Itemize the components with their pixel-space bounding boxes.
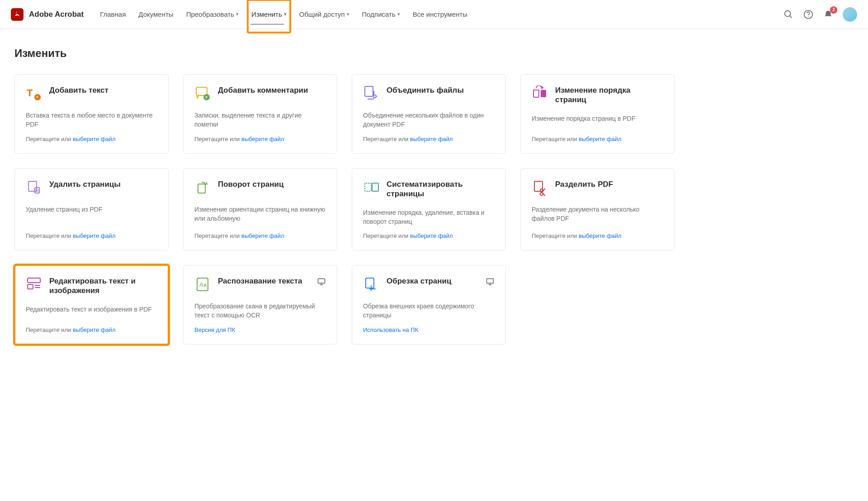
svg-rect-12: [541, 90, 546, 97]
card-split-pdf[interactable]: Разделить PDF Разделение документа на не…: [520, 168, 675, 250]
card-add-comments[interactable]: + Добавить комментарии Записки, выделени…: [183, 74, 337, 154]
card-ocr[interactable]: Aᴀ Распознавание текста Преобразование с…: [183, 265, 337, 345]
nav-share[interactable]: Общий доступ▾: [299, 1, 349, 27]
combine-files-icon: [363, 85, 379, 102]
chevron-down-icon: ▾: [347, 11, 349, 17]
nav-sign[interactable]: Подписать▾: [362, 1, 400, 27]
svg-point-3: [808, 16, 808, 17]
card-drop-hint: Перетащите или выберите файл: [26, 136, 157, 142]
svg-rect-17: [198, 184, 205, 193]
help-icon[interactable]: [803, 9, 814, 20]
desktop-icon: [486, 277, 495, 288]
card-delete-pages[interactable]: Удалить страницы Удаление страниц из PDF…: [14, 168, 169, 250]
svg-rect-25: [28, 278, 40, 283]
select-file-link[interactable]: выберите файл: [579, 232, 622, 239]
add-comments-icon: +: [194, 85, 211, 102]
card-organize-pages[interactable]: Систематизировать страницы Изменение пор…: [352, 168, 506, 250]
svg-rect-26: [28, 284, 33, 289]
tool-cards-grid: T+ Добавить текст Вставка текста в любое…: [14, 74, 675, 345]
notifications-icon[interactable]: 2: [823, 9, 834, 20]
edit-text-images-icon: [26, 276, 42, 293]
nav-active-underline: [250, 24, 284, 24]
search-icon[interactable]: [783, 9, 794, 20]
card-drop-hint: Перетащите или выберите файл: [26, 232, 157, 239]
nav-all-tools[interactable]: Все инструменты: [413, 1, 467, 27]
rotate-pages-icon: [194, 180, 211, 196]
organize-pages-icon: [363, 180, 379, 196]
card-drop-hint: Перетащите или выберите файл: [363, 136, 495, 142]
notification-badge: 2: [830, 6, 837, 14]
card-drop-hint: Перетащите или выберите файл: [532, 136, 663, 142]
card-drop-hint: Перетащите или выберите файл: [532, 232, 663, 239]
card-rotate-pages[interactable]: Поворот страниц Изменение ориентации стр…: [183, 168, 337, 250]
nav-home[interactable]: Главная: [100, 1, 126, 27]
nav-edit[interactable]: Изменить▾: [251, 1, 287, 27]
ocr-icon: Aᴀ: [194, 276, 211, 293]
svg-text:+: +: [36, 94, 39, 100]
card-add-text[interactable]: T+ Добавить текст Вставка текста в любое…: [14, 74, 169, 154]
split-pdf-icon: [532, 180, 548, 196]
use-on-desktop-link[interactable]: Использовать на ПК: [363, 326, 418, 333]
reorder-pages-icon: [532, 85, 548, 102]
add-text-icon: T+: [26, 85, 42, 102]
topbar-right: 2: [783, 7, 857, 22]
card-drop-hint: Перетащите или выберите файл: [26, 326, 157, 333]
card-drop-hint: Перетащите или выберите файл: [363, 232, 495, 239]
svg-text:+: +: [205, 94, 208, 100]
svg-rect-19: [372, 183, 378, 191]
svg-rect-34: [487, 279, 494, 283]
card-edit-text-images[interactable]: Редактировать текст и изображения Редакт…: [14, 265, 169, 345]
crop-pages-icon: [363, 276, 379, 293]
acrobat-logo-icon: [11, 8, 24, 21]
select-file-link[interactable]: выберите файл: [579, 136, 622, 142]
card-reorder-pages[interactable]: Изменение порядка страниц Изменение поря…: [520, 74, 675, 154]
desktop-icon: [317, 277, 326, 288]
select-file-link[interactable]: выберите файл: [410, 232, 453, 239]
select-file-link[interactable]: выберите файл: [73, 326, 116, 333]
select-file-link[interactable]: выберите файл: [73, 232, 116, 239]
card-combine-files[interactable]: Объединить файлы Объединение нескольких …: [352, 74, 506, 154]
svg-rect-37: [366, 278, 374, 288]
app-name: Adobe Acrobat: [29, 10, 84, 19]
page-title: Изменить: [14, 47, 854, 60]
app-logo[interactable]: Adobe Acrobat: [11, 8, 84, 21]
delete-pages-icon: [26, 180, 42, 196]
svg-rect-20: [534, 181, 542, 191]
svg-point-0: [785, 10, 791, 16]
card-drop-hint: Перетащите или выберите файл: [194, 136, 326, 142]
topbar: Adobe Acrobat Главная Документы Преобраз…: [0, 0, 868, 29]
chevron-down-icon: ▾: [284, 11, 287, 17]
user-avatar[interactable]: [843, 7, 857, 22]
desktop-version-link[interactable]: Версия для ПК: [194, 326, 235, 333]
svg-text:Aᴀ: Aᴀ: [199, 281, 207, 288]
svg-text:T: T: [27, 87, 33, 99]
svg-rect-18: [365, 183, 371, 191]
card-drop-hint: Перетащите или выберите файл: [194, 232, 326, 239]
card-crop-pages[interactable]: Обрезка страниц Обрезка внешних краев со…: [352, 265, 506, 345]
nav-convert[interactable]: Преобразовать▾: [186, 1, 239, 27]
select-file-link[interactable]: выберите файл: [73, 136, 116, 142]
svg-line-1: [790, 15, 792, 18]
page-content: Изменить T+ Добавить текст Вставка текст…: [0, 29, 868, 363]
svg-point-21: [540, 189, 543, 192]
chevron-down-icon: ▾: [236, 11, 239, 17]
chevron-down-icon: ▾: [397, 11, 400, 17]
svg-rect-13: [28, 181, 37, 191]
svg-rect-10: [365, 86, 373, 96]
nav-documents[interactable]: Документы: [138, 1, 173, 27]
select-file-link[interactable]: выберите файл: [241, 232, 284, 239]
select-file-link[interactable]: выберите файл: [410, 136, 453, 142]
select-file-link[interactable]: выберите файл: [241, 136, 284, 142]
svg-point-22: [540, 193, 543, 195]
svg-rect-29: [318, 279, 325, 283]
svg-rect-11: [533, 90, 539, 97]
